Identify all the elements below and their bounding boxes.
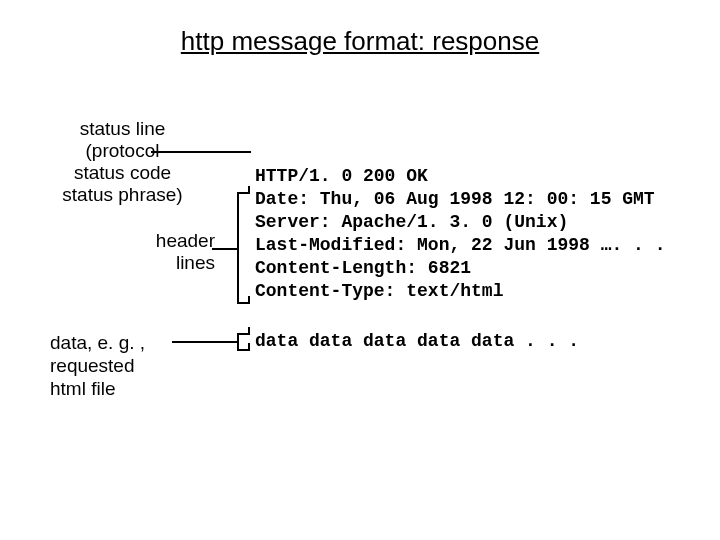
label-data: data, e. g. , requested html file bbox=[50, 332, 170, 400]
page-title: http message format: response bbox=[0, 26, 720, 57]
status-line: HTTP/1. 0 200 OK bbox=[255, 165, 428, 188]
data-body: data data data data data . . . bbox=[255, 330, 579, 353]
connector-status bbox=[151, 151, 251, 153]
header-lines: Date: Thu, 06 Aug 1998 12: 00: 15 GMT Se… bbox=[255, 188, 665, 303]
connector-header bbox=[212, 248, 237, 250]
bracket-data-bot-v bbox=[248, 343, 250, 351]
connector-data bbox=[172, 341, 237, 343]
label-status-line: status line (protocol status code status… bbox=[50, 118, 195, 205]
label-header-lines: header lines bbox=[110, 230, 215, 274]
bracket-header-bot-v bbox=[248, 296, 250, 304]
bracket-header-main bbox=[237, 192, 239, 304]
